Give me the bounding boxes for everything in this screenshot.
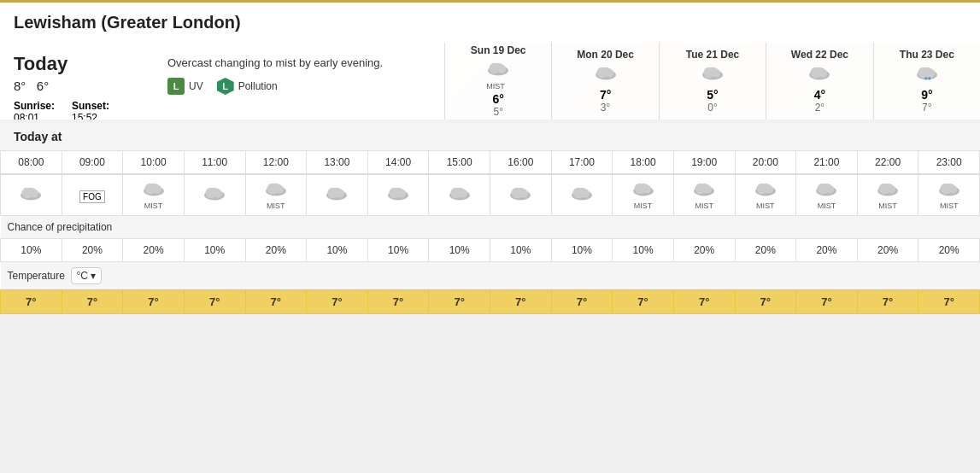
today-desc-text: Overcast changing to mist by early eveni… [167,56,431,69]
hour-icon: MIST [245,174,307,216]
forecast-low: 3° [601,102,610,114]
hour-precip: 20% [857,239,918,262]
forecast-day-icon [594,64,618,86]
forecast-icon-label: MIST [486,82,510,91]
temp-unit-selector[interactable]: °C ▾ [71,267,103,284]
svg-point-69 [760,184,772,193]
hour-header: 22:00 [857,151,918,175]
badges: L UV L Pollution [167,78,431,95]
forecast-low: 2° [815,102,824,114]
hour-header: 20:00 [735,151,796,175]
hour-icon: MIST [735,174,796,216]
hour-header: 08:00 [1,151,62,175]
hour-icon [551,174,613,216]
hour-precip: 20% [62,239,123,262]
forecast-low: 5° [493,106,502,118]
hour-header: 09:00 [62,151,123,175]
hour-icon [429,174,490,216]
hour-precip: 10% [1,239,62,262]
hour-precip: 10% [184,239,245,262]
hour-temp: 7° [613,290,674,314]
hourly-section: Today at 08:0009:0010:0011:0012:0013:001… [0,123,980,314]
hour-icon [490,174,552,216]
hour-header: 10:00 [123,151,185,175]
forecast-day-0[interactable]: Sun 19 Dec MIST 6° 5° [444,43,551,120]
hour-header: 15:00 [429,151,490,175]
svg-point-57 [576,188,588,197]
today-low: 6° [37,79,49,93]
svg-point-15 [813,67,825,77]
hour-icon: FOG [62,174,123,216]
sun-row: Sunrise: 08:01 Sunset: 15:52 [14,100,150,120]
hour-header: 17:00 [551,151,613,175]
temp-header: Temperature °C ▾ [1,262,980,290]
sunset-item: Sunset: 15:52 [72,100,109,120]
pollution-label: Pollution [238,80,278,92]
icon-label: MIST [798,201,855,210]
hour-precip: 10% [307,239,368,262]
today-left: Today 8° 6° Sunrise: 08:01 Sunset: 15:52 [14,53,150,120]
hour-precip: 20% [918,239,980,262]
pollution-badge: L Pollution [217,78,278,95]
icon-label: MIST [614,201,672,210]
hour-icon: MIST [796,174,858,216]
icon-label: MIST [676,201,733,210]
hour-precip: 20% [245,239,307,262]
svg-point-29 [148,184,160,193]
svg-point-3 [492,63,504,73]
icon-label: MIST [920,201,977,210]
sunrise-time: 08:01 [14,112,55,120]
hour-header: 13:00 [307,151,368,175]
svg-point-65 [698,184,710,193]
forecast-day-icon [915,64,939,86]
hour-header: 19:00 [673,151,735,175]
sunrise-item: Sunrise: 08:01 [14,100,55,120]
hour-temp: 7° [367,290,429,314]
svg-point-61 [637,184,649,193]
hour-icon: MIST [123,174,185,216]
forecast-day-1[interactable]: Mon 20 Dec 7° 3° [551,43,658,120]
hour-header: 18:00 [613,151,674,175]
hour-icon: MIST [613,174,674,216]
hour-header: 16:00 [490,151,552,175]
hour-precip: 20% [735,239,796,262]
hour-icon [367,174,429,216]
hour-temp: 7° [857,290,918,314]
forecast-day-icon [807,64,831,86]
hour-temp: 7° [123,290,185,314]
today-high: 8° [14,79,26,93]
icon-label: MIST [248,201,305,210]
forecast-day-icon: MIST [486,60,510,91]
hour-icon [1,174,62,216]
page-title: Lewisham (Greater London) [0,0,980,43]
forecast-day-label: Sun 19 Dec [471,44,526,56]
hour-header: 14:00 [367,151,429,175]
hour-icon: MIST [918,174,980,216]
hour-temp: 7° [184,290,245,314]
hour-temp: 7° [62,290,123,314]
hour-temp: 7° [673,290,735,314]
forecast-day-2[interactable]: Tue 21 Dec 5° 0° [659,43,766,120]
today-temps: 8° 6° [14,79,150,93]
hour-icon: MIST [673,174,735,216]
uv-icon: L [167,78,185,95]
uv-badge: L UV [167,78,203,95]
forecast-day-label: Tue 21 Dec [686,49,739,61]
svg-point-45 [392,188,404,197]
hour-temp: 7° [551,290,613,314]
forecast-strip: Sun 19 Dec MIST 6° 5° Mon 20 Dec [444,43,980,120]
forecast-high: 7° [600,88,611,102]
hour-precip: 20% [673,239,735,262]
svg-point-49 [454,188,466,197]
hour-temp: 7° [796,290,858,314]
sunset-label: Sunset: [72,100,109,112]
hour-header: 11:00 [184,151,245,175]
forecast-day-3[interactable]: Wed 22 Dec 4° 2° [766,43,872,120]
hour-precip: 10% [551,239,613,262]
hour-header: 12:00 [245,151,307,175]
hour-precip: 20% [796,239,858,262]
svg-point-77 [882,184,894,193]
fog-label: FOG [79,190,105,203]
forecast-day-4[interactable]: Thu 23 Dec 9° 7° [873,43,980,120]
hourly-table: 08:0009:0010:0011:0012:0013:0014:0015:00… [0,150,980,314]
